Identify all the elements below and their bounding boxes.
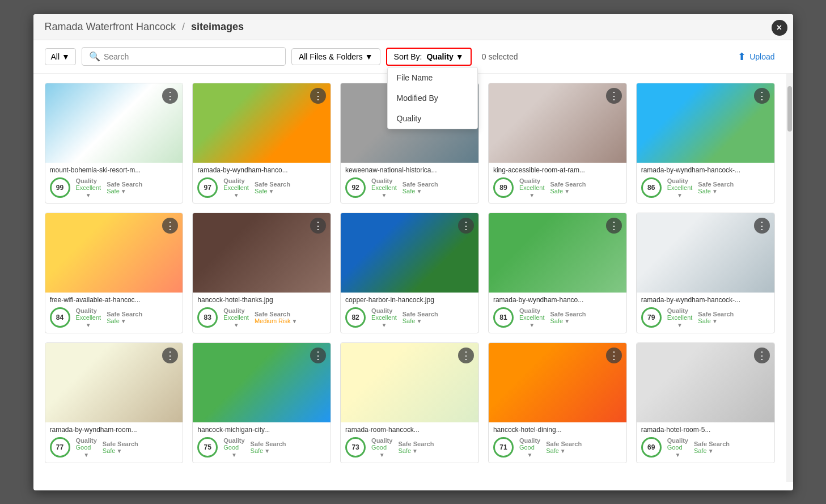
quality-expand-icon[interactable]: ▼ [381,322,387,328]
image-card[interactable]: ⋮ ramada-room-hancock... 73 Quality Good… [340,342,479,463]
image-name: ramada-by-wyndham-hancock-... [641,296,770,304]
sort-option-filename[interactable]: File Name [388,67,477,88]
upload-button[interactable]: ⬆ Upload [731,47,781,66]
safe-search-value[interactable]: Safe ▼ [546,447,582,454]
safe-search-info: Safe Search Safe ▼ [694,441,730,454]
image-thumbnail: ⋮ [193,213,331,293]
more-options-button[interactable]: ⋮ [606,218,622,234]
image-thumbnail: ⋮ [45,343,183,422]
image-card[interactable]: ⋮ mount-bohemia-ski-resort-m... 99 Quali… [45,83,184,204]
safe-search-value[interactable]: Safe ▼ [107,317,142,324]
more-options-button[interactable]: ⋮ [310,88,326,104]
quality-expand-icon[interactable]: ▼ [675,452,680,458]
image-card[interactable]: ⋮ hancock-michigan-city... 75 Quality Go… [192,342,331,463]
quality-row: 99 Quality Excellent ▼ Safe Search Safe … [50,177,179,198]
safe-search-value[interactable]: Safe ▼ [255,188,290,194]
quality-score-circle: 75 [197,437,218,458]
safe-search-value[interactable]: Safe ▼ [698,188,734,194]
more-options-button[interactable]: ⋮ [162,348,178,363]
sort-option-modifiedby[interactable]: Modified By [388,88,477,108]
quality-expand-icon[interactable]: ▼ [381,192,387,198]
safe-search-value[interactable]: Safe ▼ [698,317,734,324]
quality-expand-icon[interactable]: ▼ [527,452,533,458]
quality-expand-icon[interactable]: ▼ [83,452,89,458]
quality-info: Quality Excellent ▼ [371,177,397,198]
scrollbar-thumb[interactable] [787,86,792,132]
sort-dropdown[interactable]: Sort By: Quality ▼ File Name Modified By… [386,48,472,66]
quality-label: Quality [519,437,540,444]
more-options-button[interactable]: ⋮ [310,218,326,234]
safe-search-value[interactable]: Safe ▼ [550,188,586,194]
safe-search-value[interactable]: Safe ▼ [251,447,286,454]
files-label: All Files & Folders [299,52,363,61]
quality-expand-icon[interactable]: ▼ [86,192,91,198]
quality-info: Quality Excellent ▼ [667,177,693,198]
image-thumbnail: ⋮ [45,83,183,163]
image-card[interactable]: ⋮ free-wifi-available-at-hancoc... 84 Qu… [45,213,184,333]
quality-expand-icon[interactable]: ▼ [234,322,239,328]
sort-option-quality[interactable]: Quality [388,108,477,129]
safe-search-info: Safe Search Safe ▼ [550,181,586,194]
files-folders-dropdown[interactable]: All Files & Folders ▼ [291,48,380,65]
quality-expand-icon[interactable]: ▼ [529,192,535,198]
safe-search-label: Safe Search [398,441,434,447]
quality-expand-icon[interactable]: ▼ [677,322,683,328]
filter-dropdown[interactable]: All ▼ [45,48,76,65]
search-input[interactable] [104,52,278,61]
image-name: mount-bohemia-ski-resort-m... [50,166,179,174]
safe-search-value[interactable]: Safe ▼ [398,447,434,454]
image-name: ramada-hotel-room-5... [641,426,770,434]
quality-expand-icon[interactable]: ▼ [231,452,237,458]
safe-search-value[interactable]: Safe ▼ [403,188,438,194]
more-options-button[interactable]: ⋮ [162,218,178,234]
quality-expand-icon[interactable]: ▼ [86,322,91,328]
safe-search-info: Safe Search Safe ▼ [546,441,582,454]
more-options-button[interactable]: ⋮ [754,218,770,234]
safe-search-value[interactable]: Medium Risk ▼ [255,317,297,324]
safe-search-value[interactable]: Safe ▼ [403,317,438,324]
image-card[interactable]: ⋮ hancock-hotel-thanks.jpg 83 Quality Ex… [192,213,331,333]
more-options-button[interactable]: ⋮ [754,88,770,104]
safe-search-value[interactable]: Safe ▼ [694,447,730,454]
quality-info: Quality Excellent ▼ [223,307,249,328]
image-card[interactable]: ⋮ ramada-by-wyndham-hanco... 97 Quality … [192,83,331,204]
safe-search-value[interactable]: Safe ▼ [550,317,586,324]
quality-label: Quality [519,307,545,314]
more-options-button[interactable]: ⋮ [310,348,326,363]
image-name: ramada-room-hancock... [345,426,474,434]
image-card[interactable]: ⋮ copper-harbor-in-hancock.jpg 82 Qualit… [340,213,479,333]
more-options-button[interactable]: ⋮ [606,88,622,104]
more-options-button[interactable]: ⋮ [162,88,178,104]
more-options-button[interactable]: ⋮ [458,348,474,363]
quality-expand-icon[interactable]: ▼ [529,322,535,328]
safe-search-label: Safe Search [251,441,286,447]
quality-info: Quality Good ▼ [371,437,392,458]
quality-score-circle: 82 [345,307,366,328]
quality-expand-icon[interactable]: ▼ [234,192,239,198]
image-card[interactable]: ⋮ ramada-by-wyndham-room... 77 Quality G… [45,342,184,463]
safe-search-value[interactable]: Safe ▼ [107,188,142,194]
scrollbar-track[interactable] [786,74,793,482]
safe-search-label: Safe Search [107,311,142,317]
image-card[interactable]: ⋮ ramada-by-wyndham-hancock-... 79 Quali… [636,213,775,333]
safe-search-label: Safe Search [255,181,290,188]
image-card[interactable]: ⋮ ramada-by-wyndham-hancock-... 86 Quali… [636,83,775,204]
safe-search-value[interactable]: Safe ▼ [103,447,138,454]
more-options-button[interactable]: ⋮ [754,348,770,363]
more-options-button[interactable]: ⋮ [606,348,622,363]
quality-score-circle: 77 [50,437,70,458]
image-card[interactable]: ⋮ king-accessible-room-at-ram... 89 Qual… [488,83,627,204]
quality-expand-icon[interactable]: ▼ [379,452,385,458]
quality-expand-icon[interactable]: ▼ [677,192,683,198]
image-card[interactable]: ⋮ hancock-hotel-dining... 71 Quality Goo… [488,342,627,463]
quality-score-circle: 69 [641,437,662,458]
image-card[interactable]: ⋮ ramada-hotel-room-5... 69 Quality Good… [636,342,775,463]
quality-label: Quality [371,307,397,314]
quality-value: Excellent [76,184,101,191]
safe-search-chevron-icon: ▼ [264,448,270,454]
quality-value: Excellent [371,184,397,191]
image-grid: ⋮ mount-bohemia-ski-resort-m... 99 Quali… [33,74,786,482]
modal-close-button[interactable]: × [772,20,787,36]
image-card[interactable]: ⋮ ramada-by-wyndham-hanco... 81 Quality … [488,213,627,333]
more-options-button[interactable]: ⋮ [458,218,474,234]
